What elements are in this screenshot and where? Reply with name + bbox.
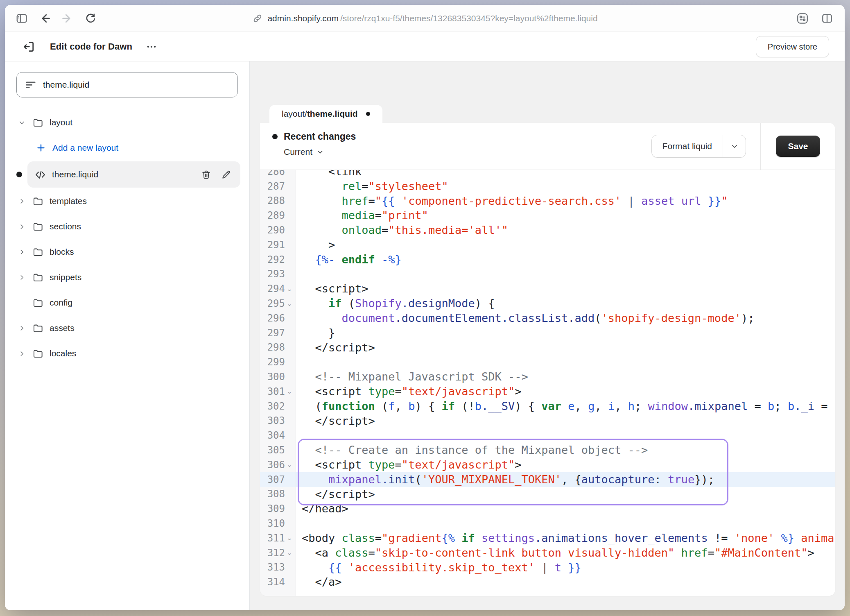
code-line-302[interactable]: 302 (function (f, b) { if (!b.__SV) { va… (260, 399, 835, 414)
file-search-input[interactable] (43, 80, 230, 90)
code-line-301[interactable]: 301⌄ <script type="text/javascript"> (260, 384, 835, 399)
line-gutter: 288 (260, 194, 296, 208)
code-line-300[interactable]: 300 <!-- Mixpanel Javascript SDK --> (260, 369, 835, 384)
sidebar-item-assets[interactable]: assets (5, 315, 249, 341)
line-gutter: 302 (260, 399, 296, 414)
code-line-288[interactable]: 288 href="{{ 'component-predictive-searc… (260, 194, 835, 208)
chevron-down-icon (19, 120, 25, 126)
code-line-307[interactable]: 307 mixpanel.init('YOUR_MIXPANEL_TOKEN',… (260, 472, 835, 487)
line-gutter: 309 (260, 501, 296, 516)
line-gutter: 293 (260, 267, 296, 282)
line-gutter: 301⌄ (260, 384, 296, 399)
format-liquid-button[interactable]: Format liquid (651, 135, 746, 158)
folder-label: locales (50, 349, 76, 358)
line-gutter: 297 (260, 326, 296, 340)
code-line-312[interactable]: 312⌄ <a class="skip-to-content-link butt… (260, 546, 835, 560)
code-line-297[interactable]: 297 } (260, 326, 835, 340)
editor-main: layout/theme.liquid Recent changes Curre… (250, 61, 845, 610)
code-line-310[interactable]: 310 (260, 516, 835, 531)
folder-icon (32, 297, 43, 308)
sidebar-toggle-icon[interactable] (15, 11, 29, 25)
app-header: Edit code for Dawn Preview store (5, 32, 845, 61)
code-line-305[interactable]: 305 <!-- Create an instance of the Mixpa… (260, 443, 835, 457)
recent-changes-label: Recent changes (284, 131, 356, 142)
code-line-306[interactable]: 306⌄ <script type="text/javascript"> (260, 457, 835, 472)
edit-icon (221, 170, 231, 180)
address-bar[interactable]: admin.shopify.com/store/rzq1xu-f5/themes… (252, 13, 597, 24)
tab-theme-liquid[interactable]: layout/theme.liquid (269, 105, 382, 123)
sidebar-item-sections[interactable]: sections (5, 214, 249, 239)
save-button[interactable]: Save (776, 136, 820, 157)
fold-toggle-icon[interactable]: ⌄ (285, 300, 294, 308)
code-line-314[interactable]: 314 </a> (260, 575, 835, 589)
line-gutter: 307 (260, 472, 296, 487)
line-gutter: 292 (260, 252, 296, 267)
code-line-292[interactable]: 292 {%- endif -%} (260, 252, 835, 267)
code-editor[interactable]: 286 <link287 rel="stylesheet"288 href="{… (260, 170, 835, 596)
folder-icon (32, 247, 43, 258)
changes-dot (272, 134, 278, 139)
file-search-box[interactable] (16, 72, 238, 97)
code-line-286[interactable]: 286 <link (260, 170, 835, 179)
sidebar-item-snippets[interactable]: snippets (5, 265, 249, 290)
fold-toggle-icon[interactable]: ⌄ (285, 285, 294, 293)
add-new-layout-button[interactable]: Add a new layout (5, 135, 249, 161)
folder-label: config (50, 298, 72, 308)
code-line-287[interactable]: 287 rel="stylesheet" (260, 179, 835, 194)
code-line-304[interactable]: 304 (260, 428, 835, 443)
code-line-308[interactable]: 308 </script> (260, 487, 835, 502)
sidebar-item-config[interactable]: config (5, 290, 249, 315)
format-liquid-label[interactable]: Format liquid (652, 135, 723, 157)
sidebar-item-templates[interactable]: templates (5, 188, 249, 214)
delete-file-button[interactable] (201, 170, 211, 180)
editor-toolbar: Recent changes Current Format liquid (260, 123, 835, 170)
fold-toggle-icon[interactable]: ⌄ (285, 461, 294, 469)
code-line-289[interactable]: 289 media="print" (260, 208, 835, 223)
more-actions-button[interactable] (146, 41, 157, 52)
code-lines[interactable]: 286 <link287 rel="stylesheet"288 href="{… (260, 170, 835, 596)
code-line-303[interactable]: 303 </script> (260, 414, 835, 428)
line-gutter: 287 (260, 179, 296, 194)
chevron-right-icon (19, 325, 25, 331)
code-line-293[interactable]: 293 (260, 267, 835, 282)
format-liquid-dropdown[interactable] (723, 135, 746, 157)
code-line-313[interactable]: 313 {{ 'accessibility.skip_to_text' | t … (260, 560, 835, 575)
code-line-311[interactable]: 311⌄<body class="gradient{% if settings.… (260, 531, 835, 546)
file-name-label: theme.liquid (52, 170, 195, 179)
rename-file-button[interactable] (221, 170, 231, 180)
selected-file-pill[interactable]: theme.liquid (27, 161, 240, 188)
browser-window: admin.shopify.com/store/rzq1xu-f5/themes… (5, 5, 845, 610)
fold-toggle-icon[interactable]: ⌄ (285, 534, 294, 542)
folder-icon (32, 323, 43, 334)
sidebar-file-theme.liquid[interactable]: theme.liquid (5, 161, 249, 188)
sidebar-item-locales[interactable]: locales (5, 341, 249, 366)
code-line-295[interactable]: 295⌄ if (Shopify.designMode) { (260, 296, 835, 311)
browser-settings-icon[interactable] (796, 11, 809, 25)
split-view-icon[interactable] (820, 11, 834, 25)
reload-button[interactable] (84, 11, 97, 25)
folder-label: blocks (50, 247, 74, 257)
version-dropdown[interactable]: Current (272, 147, 356, 157)
sidebar-item-blocks[interactable]: blocks (5, 239, 249, 265)
code-line-309[interactable]: 309</head> (260, 501, 835, 516)
line-gutter: 314 (260, 575, 296, 589)
link-icon (252, 13, 262, 24)
exit-code-editor-button[interactable] (21, 39, 36, 54)
fold-toggle-icon[interactable]: ⌄ (285, 387, 294, 395)
fold-toggle-icon[interactable]: ⌄ (285, 549, 294, 557)
code-line-291[interactable]: 291 > (260, 238, 835, 252)
code-line-290[interactable]: 290 onload="this.media='all'" (260, 223, 835, 238)
folder-label: assets (50, 323, 75, 333)
code-line-299[interactable]: 299 (260, 355, 835, 369)
sidebar-item-layout[interactable]: layout (5, 110, 249, 135)
folder-label: templates (50, 196, 87, 206)
page-title: Edit code for Dawn (50, 41, 132, 52)
forward-button[interactable] (61, 11, 75, 25)
code-line-296[interactable]: 296 document.documentElement.classList.a… (260, 311, 835, 326)
gutter-filler (260, 589, 835, 596)
code-line-294[interactable]: 294⌄ <script> (260, 281, 835, 296)
tab-strip: layout/theme.liquid (250, 61, 845, 123)
code-line-298[interactable]: 298 </script> (260, 340, 835, 355)
preview-store-button[interactable]: Preview store (756, 36, 829, 57)
back-button[interactable] (38, 11, 52, 25)
